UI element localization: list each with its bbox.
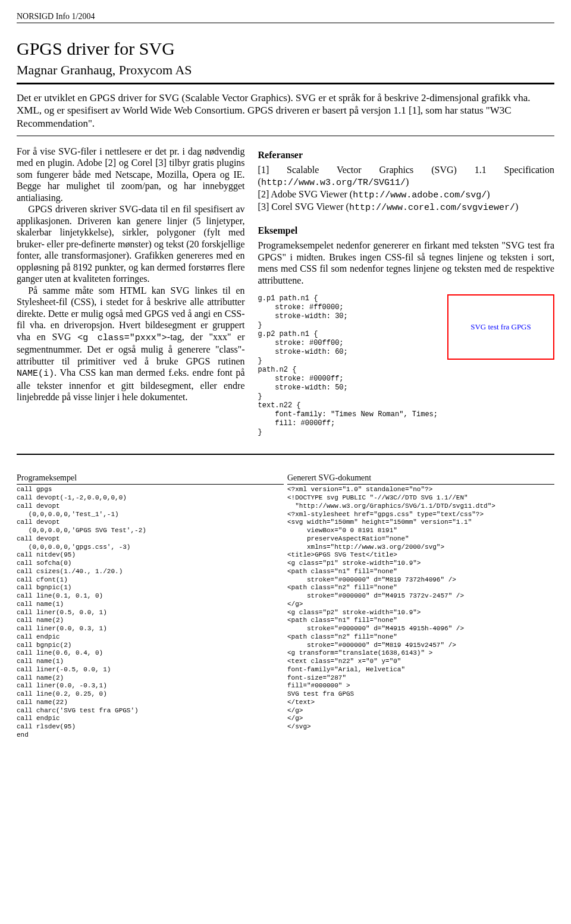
rule-top — [17, 83, 554, 84]
reference-item: [3] Corel SVG Viewer (http://www.corel.c… — [258, 201, 554, 213]
body-columns: For å vise SVG-filer i nettlesere er det… — [17, 146, 554, 438]
reference-url: http://www.w3.org/TR/SVG11/ — [261, 178, 406, 188]
reference-url: http://www.adobe.com/svg/ — [353, 190, 487, 200]
listing-right-title: Generert SVG-dokument — [287, 473, 554, 485]
listing-right: Generert SVG-dokument<?xml version="1.0"… — [284, 454, 554, 747]
journal-header: NORSIGD Info 1/2004 — [17, 12, 554, 23]
svg-box-label: SVG test fra GPGS — [470, 322, 531, 332]
left-column: For å vise SVG-filer i nettlesere er det… — [17, 146, 245, 438]
listing-left-code: call gpgs call devopt(-1,-2,0.0,0,0,0) c… — [17, 486, 146, 738]
body-paragraph: GPGS driveren skriver SVG-data til en fi… — [17, 203, 245, 285]
css-example-row: g.p1 path.n1 { stroke: #ff0000; stroke-w… — [258, 294, 554, 437]
inline-code: NAME(i) — [17, 369, 54, 379]
listing-right-code: <?xml version="1.0" standalone="no"?> <!… — [287, 486, 495, 730]
references-heading: Referanser — [258, 149, 554, 161]
css-code-block: g.p1 path.n1 { stroke: #ff0000; stroke-w… — [258, 294, 438, 437]
article-author: Magnar Granhaug, Proxycom AS — [17, 62, 554, 78]
example-heading: Eksempel — [258, 225, 554, 237]
listings-row: Programeksempelcall gpgs call devopt(-1,… — [17, 454, 554, 747]
listing-left-title: Programeksempel — [17, 473, 284, 485]
reference-item: [2] Adobe SVG Viewer (http://www.adobe.c… — [258, 188, 554, 201]
reference-url: http://www.corel.com/svgviewer/ — [349, 203, 515, 213]
example-text: Programeksempelet nedenfor genererer en … — [258, 240, 554, 286]
reference-item: [1] Scalable Vector Graphics (SVG) 1.1 S… — [258, 164, 554, 188]
body-paragraph: På samme måte som HTML kan SVG linkes ti… — [17, 285, 245, 403]
abstract-text: Det er utviklet en GPGS driver for SVG (… — [17, 92, 554, 130]
body-paragraph: For å vise SVG-filer i nettlesere er det… — [17, 146, 245, 204]
rule-bottom — [17, 136, 554, 136]
listing-left: Programeksempelcall gpgs call devopt(-1,… — [17, 454, 284, 747]
inline-code: <g class="pxxx"> — [77, 333, 167, 343]
right-column: Referanser [1] Scalable Vector Graphics … — [258, 146, 554, 438]
article-title: GPGS driver for SVG — [17, 39, 554, 59]
svg-output-box: SVG test fra GPGS — [447, 294, 554, 360]
